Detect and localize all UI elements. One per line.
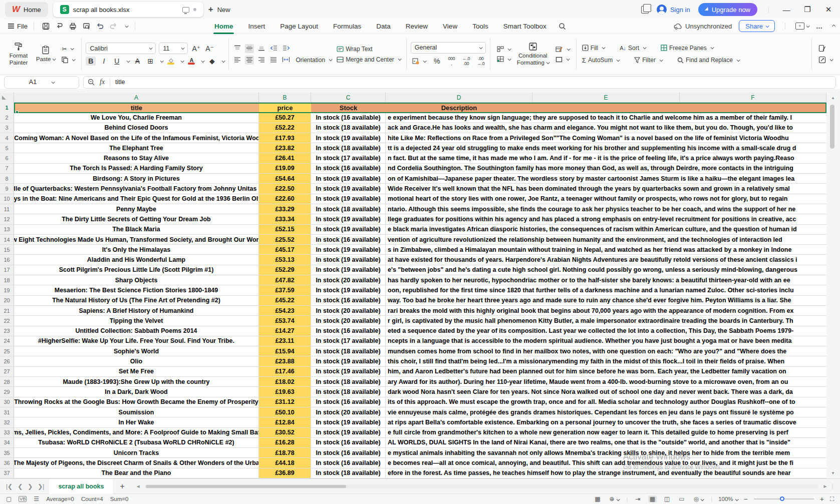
name-box[interactable]: A1 xyxy=(4,76,79,89)
cell-title[interactable]: e Coming Woman: A Novel Based on the Lif… xyxy=(14,133,259,143)
cell-description[interactable]: e black maria investigates African diasp… xyxy=(386,225,826,234)
cell-price[interactable]: £45.22 xyxy=(259,296,311,305)
cell-title[interactable]: Throwing Rocks at the Google Bus: How Gr… xyxy=(14,397,259,407)
cell-title[interactable]: Behind Closed Doors xyxy=(14,123,259,133)
cell-description[interactable]: llege graduates for positions within his… xyxy=(386,214,826,224)
cell-stock[interactable]: In stock (19 available) xyxy=(311,225,386,234)
row-number[interactable]: 13 xyxy=(0,225,14,234)
menu-tab-insert[interactable]: Insert xyxy=(247,21,266,32)
cell-stock[interactable]: In stock (19 available) xyxy=(311,367,386,376)
vertical-scroll-thumb[interactable] xyxy=(830,105,834,149)
cell-title[interactable]: Birdsong: A Story in Pictures xyxy=(14,174,259,183)
cell-description[interactable]: s in Zimbabwe, climbed a Himalayan mount… xyxy=(386,245,826,254)
decrease-decimal-button[interactable]: .00→.0 xyxy=(476,56,486,67)
cell-price[interactable]: £52.22 xyxy=(259,123,311,133)
cell-stock[interactable]: In stock (17 available) xyxy=(311,153,386,163)
cell-title[interactable]: It's Only the Himalayas xyxy=(14,245,259,254)
cell-stock[interactable]: In stock (18 available) xyxy=(311,468,386,478)
reading-view-icon[interactable]: ◎ xyxy=(692,495,705,502)
cell-stock[interactable]: In stock (20 available) xyxy=(311,407,386,417)
cell-stock[interactable]: In stock (16 available) xyxy=(311,113,386,122)
cell-border-button[interactable] xyxy=(554,56,571,63)
cell-title[interactable]: #HigherSelfie: Wake Up Your Life. Free Y… xyxy=(14,336,259,346)
row-number[interactable]: 26 xyxy=(0,356,14,366)
font-name-select[interactable]: Calibri xyxy=(86,43,156,54)
print-preview-icon[interactable] xyxy=(83,23,90,30)
cell-price[interactable]: £54.64 xyxy=(259,174,311,183)
hscroll-left-icon[interactable]: ◄ xyxy=(136,483,141,489)
menu-tab-formulas[interactable]: Formulas xyxy=(332,21,362,32)
cell-title[interactable]: Aladdin and His Wonderful Lamp xyxy=(14,255,259,264)
cell-price[interactable]: £53.74 xyxy=(259,316,311,325)
cell-description[interactable]: e experiment because they know sign lang… xyxy=(386,113,826,122)
cell-description[interactable]: dark wood Nora hasn't seen Clare for ten… xyxy=(386,387,826,396)
cell-title[interactable]: The Torch Is Passed: A Harding Family St… xyxy=(14,164,259,173)
row-number[interactable]: 2 xyxy=(0,113,14,122)
cell-description[interactable]: has hardly spoken to her neurotic, hypoc… xyxy=(386,275,826,285)
percent-button[interactable]: % xyxy=(432,57,442,66)
row-number[interactable]: 28 xyxy=(0,377,14,386)
cell-title[interactable]: We Love You, Charlie Freeman xyxy=(14,113,259,122)
cell-price[interactable]: £17.46 xyxy=(259,367,311,376)
cell-title[interactable]: Tsubasa: WoRLD CHRoNiCLE 2 (Tsubasa WoRL… xyxy=(14,438,259,447)
next-sheet-icon[interactable]: ❯ xyxy=(28,483,33,490)
row-number[interactable]: 17 xyxy=(0,265,14,275)
format-painter-button[interactable]: Format Painter xyxy=(4,36,33,73)
upgrade-button[interactable]: Upgrade now xyxy=(698,3,757,16)
cell-title[interactable]: Soumission xyxy=(14,407,259,417)
cell-description[interactable]: r girl, is captivated by the music hall … xyxy=(386,316,826,325)
hscroll-right-icon[interactable]: ► xyxy=(822,483,827,489)
fill-button[interactable]: Fill xyxy=(581,44,606,52)
normal-view-icon[interactable]: ▦ xyxy=(648,495,657,502)
cell-price[interactable]: £33.29 xyxy=(259,204,311,214)
fullscreen-icon[interactable]: ⛶ xyxy=(830,496,834,502)
paste-button[interactable]: Paste xyxy=(33,36,58,73)
cell-price[interactable]: £23.11 xyxy=(259,336,311,346)
row-number[interactable]: 27 xyxy=(0,367,14,376)
quick-access-dropdown-icon[interactable] xyxy=(125,24,129,28)
cell-stock[interactable]: In stock (18 available) xyxy=(311,346,386,356)
table-style-button[interactable] xyxy=(495,56,512,63)
cell-title[interactable]: The Elephant Tree xyxy=(14,143,259,153)
orientation-button[interactable]: Orientation xyxy=(294,56,333,64)
distributed-button[interactable] xyxy=(281,56,291,65)
macro-icon[interactable]: VB xyxy=(19,496,27,502)
menu-tab-smart-toolbox[interactable]: Smart Toolbox xyxy=(502,21,547,32)
number-format-select[interactable]: General xyxy=(411,42,486,54)
cell-stock[interactable]: In stock (19 available) xyxy=(311,356,386,366)
cell-price[interactable]: £18.78 xyxy=(259,448,311,457)
cell-price[interactable]: £33.34 xyxy=(259,214,311,224)
cell-stock[interactable]: In stock (19 available) xyxy=(311,174,386,183)
cell-title[interactable]: The Natural History of Us (The Fine Art … xyxy=(14,296,259,305)
cell-stock[interactable]: In stock (19 available) xyxy=(311,255,386,264)
cell-price[interactable]: £16.28 xyxy=(259,438,311,447)
cell-title[interactable]: ams, Jellies, Pickles, Condiments, and M… xyxy=(14,428,259,437)
cell-price[interactable]: £50.27 xyxy=(259,113,311,122)
cell-description[interactable]: on of Kamishibai—Japanese paper theater.… xyxy=(386,174,826,183)
cell-price[interactable]: £12.84 xyxy=(259,417,311,427)
zoom-formula-icon[interactable] xyxy=(88,79,95,86)
add-sheet-button[interactable]: + xyxy=(115,482,129,491)
column-header-B[interactable]: B xyxy=(259,93,311,103)
menu-tab-view[interactable]: View xyxy=(442,21,458,32)
cell-title[interactable]: Olio xyxy=(14,356,259,366)
cell-description[interactable]: ack and Grace.He has looks and wealth, s… xyxy=(386,123,826,133)
horizontal-scroll-thumb[interactable] xyxy=(146,485,346,488)
unsaved-dot-icon[interactable] xyxy=(193,8,196,11)
row-number[interactable]: 19 xyxy=(0,285,14,295)
cell-description[interactable]: at have existed for thousands of years. … xyxy=(386,255,826,264)
column-header-A[interactable]: A xyxy=(14,93,259,103)
cell-description[interactable]: at rips apart Bella's comfortable existe… xyxy=(386,417,826,427)
increase-decimal-button[interactable]: ←.0.00 xyxy=(461,56,471,67)
cell-description[interactable]: e becomes real—all at once comical, anno… xyxy=(386,458,826,467)
row-number[interactable]: 36 xyxy=(0,458,14,467)
insert-function-button[interactable]: fx xyxy=(100,78,105,86)
cell-description[interactable]: tt is a dejected 24 year old struggling … xyxy=(386,143,826,153)
window-switcher-icon[interactable] xyxy=(641,6,649,14)
cell-description[interactable]: mundsen comes home from school to find i… xyxy=(386,346,826,356)
cell-description[interactable]: eted a sequence dated by the year of its… xyxy=(386,326,826,336)
cell-title[interactable]: Sophie's World xyxy=(14,346,259,356)
underline-button[interactable]: U xyxy=(112,57,122,66)
row-number[interactable]: 3 xyxy=(0,123,14,133)
cell-price[interactable]: £23.82 xyxy=(259,143,311,153)
